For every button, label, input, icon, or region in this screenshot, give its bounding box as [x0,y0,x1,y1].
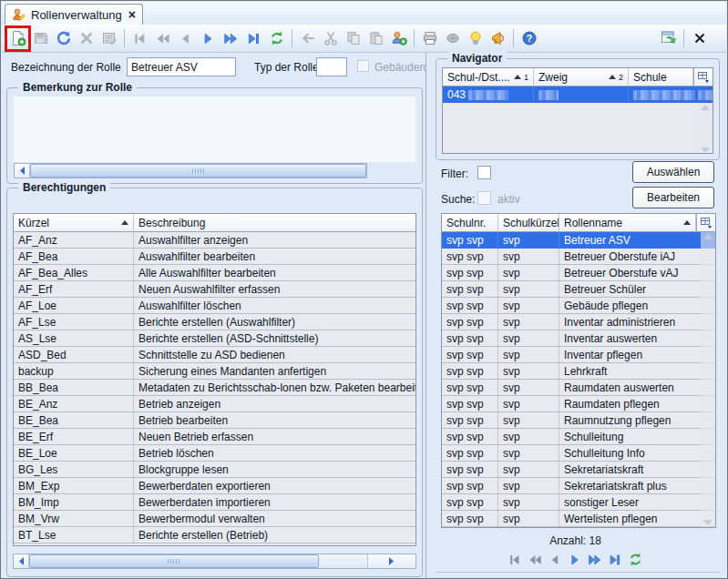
role-row[interactable]: svp svpsvpSekretariatskraft [442,462,715,478]
berechtigung-row[interactable]: AF_LoeAuswahlfilter löschen [14,298,415,314]
berechtigung-row[interactable]: BE_AnzBetrieb anzeigen [14,396,415,412]
berechtigung-row[interactable]: BE_LoeBetrieb löschen [14,445,415,462]
role-row[interactable]: svp svpsvpsonstiger Leser [442,494,715,511]
table-cell: svp [498,265,559,280]
hint-bulb-button[interactable] [464,27,487,50]
berechtigungen-table: Kürzel Beschreibung AF_AnzAuswahlfilter … [13,213,416,546]
berechtigung-row[interactable]: BE_BeaBetrieb bearbeiten [14,412,415,429]
table-cell: AF_Lse [14,314,134,330]
scroll-right-icon[interactable] [367,554,416,568]
next-record-button[interactable] [197,27,220,50]
column-header-kuerzel[interactable]: Kürzel [14,214,134,231]
scrollbar-track[interactable] [319,554,367,568]
scrollbar-thumb[interactable] [29,554,319,568]
undo-button[interactable] [52,27,75,50]
table-cell: backup [14,363,134,379]
last-record-button[interactable] [242,27,265,50]
table-cell: Betreuer Oberstufe vAJ [559,265,715,280]
column-header-schulnr[interactable]: Schulnr. [442,214,498,231]
column-header-schulkuerzel[interactable]: Schulkürzel [498,214,559,231]
berechtigung-row[interactable]: BM_ImpBewerberdaten importieren [14,494,415,511]
tab-close-icon[interactable]: × [128,9,136,20]
navigator-header: Schul-/Dst.... 1 Zweig 2 Schule [443,68,713,86]
scroll-up-icon[interactable] [703,234,713,239]
berechtigung-row[interactable]: ASD_BedSchnittstelle zu ASD bedienen [14,347,415,363]
column-header-rollenname[interactable]: Rollenname [559,214,696,231]
role-row[interactable]: svp svpsvpSekretariatskraft plus [442,478,715,494]
tab-rollenverwaltung[interactable]: Rollenverwaltung × [5,4,143,25]
role-row[interactable]: svp svpsvpBetreuer Oberstufe iAJ [442,249,715,265]
close-module-button[interactable] [688,27,711,50]
toolbar-separator [124,29,125,47]
field-chooser-button[interactable] [693,68,713,86]
role-row[interactable]: svp svpsvpRaumdaten auswerten [442,380,715,396]
bemerkung-textarea[interactable] [14,96,415,162]
berechtigung-row[interactable]: AF_AnzAuswahlfilter anzeigen [14,232,415,249]
filter-checkbox[interactable] [477,166,491,179]
scroll-up-icon[interactable] [701,105,710,110]
column-header-schule[interactable]: Schule [629,68,693,86]
roles-vscrollbar[interactable] [701,232,715,527]
navigator-vscrollbar[interactable] [698,103,713,154]
table-cell: Metadaten zu Berichtsschab-lonen bzw. Pa… [134,380,415,395]
berechtigung-row[interactable]: BM_ExpBewerberdaten exportieren [14,478,415,494]
bearbeiten-button[interactable]: Bearbeiten [632,187,714,208]
berechtigungen-hscrollbar[interactable] [13,554,416,569]
scroll-down-icon[interactable] [703,520,713,525]
role-row[interactable]: svp svpsvpInventar auswerten [442,330,715,347]
column-header-beschreibung[interactable]: Beschreibung [134,214,415,231]
role-detail-panel: Bezeichnung der Rolle Typ der Rolle Gebä… [2,53,426,577]
scroll-left-icon[interactable] [15,164,30,178]
table-cell: svp [498,330,559,346]
scroll-down-icon[interactable] [701,147,710,153]
typ-label: Typ der Rolle [254,61,319,74]
scroll-left-icon[interactable] [14,554,29,568]
column-header-zweig[interactable]: Zweig 2 [534,68,629,86]
role-row[interactable]: svp svpsvpSchulleitung Info [442,445,715,462]
help-button[interactable]: ? [518,27,540,50]
column-header-schuldst[interactable]: Schul-/Dst.... 1 [443,68,534,86]
role-row[interactable]: svp svpsvpSchulleitung [442,429,715,445]
berechtigung-row[interactable]: BG_LesBlockgruppe lesen [14,462,415,478]
role-row[interactable]: svp svpsvpWertelisten pflegen [442,511,715,527]
role-row[interactable]: svp svpsvpBetreuer Schüler [442,281,715,298]
field-chooser-button[interactable] [696,214,715,231]
berechtigung-row[interactable]: AF_ErfNeuen Auswahlfilter erfassen [14,281,415,298]
next-record-button[interactable] [568,553,582,570]
fast-next-button[interactable] [588,553,602,570]
berechtigung-row[interactable]: AF_BeaAuswahlfilter bearbeiten [14,249,415,265]
auswaehlen-button[interactable]: Auswählen [632,161,714,183]
role-row[interactable]: svp svpsvpLehrkraft [442,363,715,380]
typ-input[interactable] [316,57,347,76]
transfer-button[interactable] [657,27,680,50]
berechtigung-row[interactable]: BE_ErfNeuen Betrieb erfassen [14,429,415,445]
last-record-button[interactable] [608,553,622,570]
navigator-selected-row[interactable]: 043 [443,86,713,103]
role-row[interactable]: svp svpsvpRaumnutzung pflegen [442,412,715,429]
print-button[interactable] [418,27,441,50]
berechtigung-row[interactable]: BT_LseBerichte erstellen (Betrieb) [14,527,415,543]
berechtigung-row[interactable]: backupSicherung eines Mandanten anfertig… [14,363,415,380]
fast-next-button[interactable] [220,27,242,50]
refresh-button[interactable] [628,552,643,570]
role-row[interactable]: svp svpsvpRaumdaten pflegen [442,396,715,412]
bezeichnung-input[interactable] [127,57,236,76]
bemerkung-hscrollbar[interactable] [14,163,367,178]
berechtigung-row[interactable]: BM_VrwBewerbermodul verwalten [14,511,415,527]
role-row[interactable]: svp svpsvpInventar pflegen [442,347,715,363]
role-row[interactable]: svp svpsvpBetreuer ASV [442,232,715,249]
new-record-button[interactable] [6,27,29,50]
role-row[interactable]: svp svpsvpBetreuer Oberstufe vAJ [442,265,715,281]
berechtigung-row[interactable]: AF_LseBerichte erstellen (Auswahlfilter) [14,314,415,330]
scrollbar-thumb[interactable] [30,164,366,178]
role-row[interactable]: svp svpsvpInventar administrieren [442,314,715,330]
berechtigung-row[interactable]: AF_Bea_AllesAlle Auswahlfilter bearbeite… [14,265,415,281]
refresh-button[interactable] [265,27,288,50]
add-user-button[interactable] [387,27,410,50]
berechtigung-row[interactable]: AS_LseBerichte erstellen (ASD-Schnittste… [14,330,415,347]
berechtigung-row[interactable]: BB_BeaMetadaten zu Berichtsschab-lonen b… [14,380,415,396]
notify-horn-button[interactable] [487,27,509,50]
table-cell: Bewerbermodul verwalten [134,511,415,526]
table-cell: AF_Anz [14,232,134,248]
role-row[interactable]: svp svpsvpGebäude pflegen [442,298,715,314]
